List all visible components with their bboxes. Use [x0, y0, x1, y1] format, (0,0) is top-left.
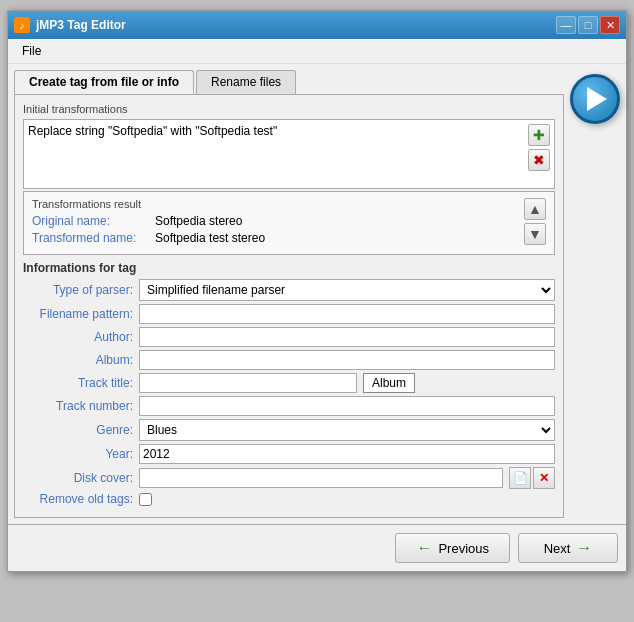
remove-old-tags-row: Remove old tags: [23, 492, 555, 506]
tab-bar: Create tag from file or info Rename file… [14, 70, 564, 95]
genre-label: Genre: [23, 423, 133, 437]
initial-transformations-label: Initial transformations [23, 103, 555, 115]
main-window: ♪ jMP3 Tag Editor — □ ✕ File Create tag … [7, 10, 627, 572]
previous-arrow-icon: ← [416, 539, 432, 557]
transformations-result-label: Transformations result [32, 198, 518, 210]
remove-old-tags-label: Remove old tags: [23, 492, 133, 506]
add-transformation-button[interactable]: ✚ [528, 124, 550, 146]
transformation-buttons: ✚ ✖ [528, 124, 550, 171]
tab-create-tag[interactable]: Create tag from file or info [14, 70, 194, 94]
year-row: Year: [23, 444, 555, 464]
remove-transformation-button[interactable]: ✖ [528, 149, 550, 171]
track-title-label: Track title: [23, 376, 133, 390]
content-area: Create tag from file or info Rename file… [8, 64, 626, 524]
transformed-name-label: Transformed name: [32, 231, 147, 245]
year-input[interactable] [139, 444, 555, 464]
file-menu[interactable]: File [16, 42, 47, 60]
app-icon: ♪ [14, 17, 30, 33]
parser-select[interactable]: Simplified filename parserAdvanced filen… [139, 279, 555, 301]
track-number-label: Track number: [23, 399, 133, 413]
track-number-row: Track number: [23, 396, 555, 416]
transformation-content: Replace string "Softpedia" with "Softped… [28, 124, 528, 138]
remove-old-tags-checkbox[interactable] [139, 493, 152, 506]
panel-body: Initial transformations Replace string "… [14, 95, 564, 518]
filename-pattern-row: Filename pattern: [23, 304, 555, 324]
previous-button[interactable]: ← Previous [395, 533, 510, 563]
transformations-result-section: Transformations result Original name: So… [23, 191, 555, 255]
album-row: Album: [23, 350, 555, 370]
filename-pattern-label: Filename pattern: [23, 307, 133, 321]
result-fields: Transformations result Original name: So… [32, 198, 518, 248]
disk-folder-button[interactable]: 📄 [509, 467, 531, 489]
genre-select[interactable]: Blues Rock Pop Jazz Classical [139, 419, 555, 441]
disk-cover-label: Disk cover: [23, 471, 133, 485]
author-input[interactable] [139, 327, 555, 347]
menu-bar: File [8, 39, 626, 64]
original-name-row: Original name: Softpedia stereo [32, 214, 518, 228]
filename-pattern-input[interactable] [139, 304, 555, 324]
original-name-label: Original name: [32, 214, 147, 228]
move-up-button[interactable]: ▲ [524, 198, 546, 220]
move-down-button[interactable]: ▼ [524, 223, 546, 245]
title-bar: ♪ jMP3 Tag Editor — □ ✕ [8, 11, 626, 39]
author-label: Author: [23, 330, 133, 344]
parser-row: Type of parser: Simplified filename pars… [23, 279, 555, 301]
add-icon: ✚ [533, 127, 545, 143]
album-button[interactable]: Album [363, 373, 415, 393]
disk-remove-button[interactable]: ✕ [533, 467, 555, 489]
previous-label: Previous [438, 541, 489, 556]
transformations-box: Replace string "Softpedia" with "Softped… [23, 119, 555, 189]
play-icon [587, 87, 607, 111]
down-icon: ▼ [528, 226, 542, 242]
disk-cover-input[interactable] [139, 468, 503, 488]
play-button[interactable] [570, 74, 620, 124]
info-section: Informations for tag Type of parser: Sim… [23, 261, 555, 506]
track-number-input[interactable] [139, 396, 555, 416]
disk-cover-row: Disk cover: 📄 ✕ [23, 467, 555, 489]
parser-label: Type of parser: [23, 283, 133, 297]
red-x-icon: ✕ [539, 471, 549, 485]
transformed-name-value: Softpedia test stereo [155, 231, 265, 245]
title-bar-left: ♪ jMP3 Tag Editor [14, 17, 126, 33]
original-name-value: Softpedia stereo [155, 214, 242, 228]
author-row: Author: [23, 327, 555, 347]
next-label: Next [544, 541, 571, 556]
album-input[interactable] [139, 350, 555, 370]
bottom-bar: ← Previous Next → [8, 524, 626, 571]
remove-icon: ✖ [533, 152, 545, 168]
next-arrow-icon: → [576, 539, 592, 557]
result-nav: ▲ ▼ [524, 198, 546, 245]
info-title: Informations for tag [23, 261, 555, 275]
main-panel: Create tag from file or info Rename file… [14, 70, 564, 518]
year-label: Year: [23, 447, 133, 461]
title-buttons: — □ ✕ [556, 16, 620, 34]
transformed-name-row: Transformed name: Softpedia test stereo [32, 231, 518, 245]
minimize-button[interactable]: — [556, 16, 576, 34]
up-icon: ▲ [528, 201, 542, 217]
album-label: Album: [23, 353, 133, 367]
track-title-input[interactable] [139, 373, 357, 393]
disk-buttons: 📄 ✕ [509, 467, 555, 489]
folder-icon: 📄 [513, 471, 528, 485]
track-title-row: Track title: Album [23, 373, 555, 393]
close-button[interactable]: ✕ [600, 16, 620, 34]
next-button[interactable]: Next → [518, 533, 618, 563]
maximize-button[interactable]: □ [578, 16, 598, 34]
window-title: jMP3 Tag Editor [36, 18, 126, 32]
genre-row: Genre: Blues Rock Pop Jazz Classical [23, 419, 555, 441]
tab-rename-files[interactable]: Rename files [196, 70, 296, 94]
side-panel [570, 70, 620, 518]
